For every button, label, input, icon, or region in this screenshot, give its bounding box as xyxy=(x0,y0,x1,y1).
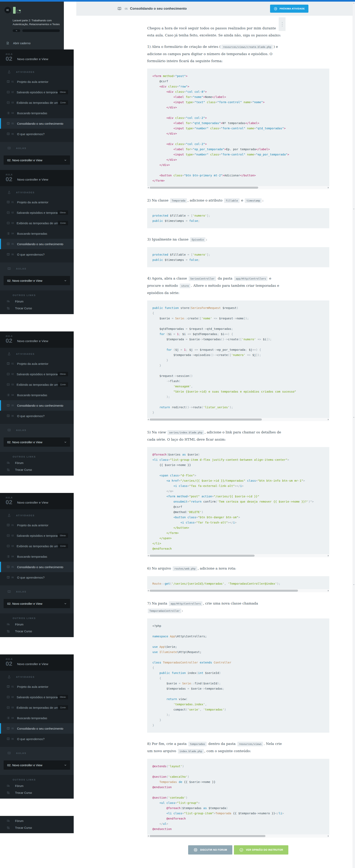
scroll-left-arrow[interactable] xyxy=(148,187,149,188)
instructor-opinion-button[interactable]: VER OPINIÃO DO INSTRUTOR xyxy=(234,845,288,855)
step-paragraph: 4) Agora, abra a classe SeriesController… xyxy=(147,275,282,297)
collapse-sidebar-button[interactable] xyxy=(4,7,11,13)
sidebar-link-forum[interactable]: Fórum xyxy=(0,782,74,789)
scroll-right-arrow[interactable] xyxy=(328,590,329,591)
code-line: @section('conteudo') xyxy=(152,795,329,800)
duration-badge: 09min xyxy=(58,533,68,538)
scroll-up-arrow[interactable] xyxy=(353,3,354,3)
lesson-select-dropdown[interactable]: 02. Novo controller e View xyxy=(4,761,70,770)
scrollbar-thumb[interactable] xyxy=(150,835,265,837)
activity-item-04[interactable]: 04Buscando temporadas xyxy=(0,390,74,400)
arrow-right-circle-icon xyxy=(274,7,278,11)
grid-icon xyxy=(7,630,10,633)
sidebar-link-forum[interactable]: Fórum xyxy=(0,817,74,824)
code-line: {{ $serie->nome }} xyxy=(152,462,329,468)
activity-item-05[interactable]: 05Consolidando o seu conhecimento xyxy=(0,118,74,129)
scroll-right-arrow[interactable] xyxy=(328,555,329,556)
open-notebook-link[interactable]: Abrir caderno xyxy=(6,41,60,45)
scroll-right-arrow[interactable] xyxy=(328,187,329,188)
lesson-select-dropdown[interactable]: 02. Novo controller e View xyxy=(4,437,70,447)
activity-item-02[interactable]: 02Salvando episódios e temporadas09min xyxy=(0,87,74,97)
lesson-kicker: AULA xyxy=(6,497,74,499)
activity-label: Exibindo as temporadas de uma ... xyxy=(17,545,58,548)
scroll-left-arrow[interactable] xyxy=(148,419,149,420)
inline-code: index.blade.php xyxy=(178,749,204,753)
scroll-down-arrow[interactable] xyxy=(353,417,354,418)
scroll-right-arrow[interactable] xyxy=(328,835,329,837)
activity-item-06[interactable]: 06O que aprendemos? xyxy=(0,734,74,744)
activity-item-02[interactable]: 02Salvando episódios e temporadas09min xyxy=(0,207,74,218)
scroll-left-arrow[interactable] xyxy=(148,590,149,591)
lesson-content: Chegou a hora de você seguir todos os pa… xyxy=(147,16,329,855)
activity-item-05[interactable]: 05Consolidando o seu conhecimento xyxy=(0,562,74,572)
activity-item-04[interactable]: 04Buscando temporadas xyxy=(0,713,74,723)
lesson-select-dropdown[interactable]: 02. Novo controller e View xyxy=(4,155,70,165)
sidebar-link-trocar-curso[interactable]: Trocar Curso xyxy=(0,789,74,796)
code-horizontal-scrollbar[interactable] xyxy=(147,589,329,592)
course-title: Laravel parte 2: Trabalhando com Autenti… xyxy=(13,19,60,26)
video-icon xyxy=(7,534,10,537)
activity-item-04[interactable]: 04Buscando temporadas xyxy=(0,551,74,562)
activity-item-01[interactable]: 01Projeto da aula anterior xyxy=(0,520,74,530)
activity-item-03[interactable]: 03Exibindo as temporadas de uma ...11min xyxy=(0,97,74,108)
code-horizontal-scrollbar[interactable] xyxy=(147,834,329,838)
sidebar-link-forum[interactable]: Fórum xyxy=(0,621,74,628)
scrollbar-thumb[interactable] xyxy=(150,590,298,592)
code-horizontal-scrollbar[interactable] xyxy=(147,554,329,557)
activity-item-01[interactable]: 01Projeto da aula anterior xyxy=(0,197,74,207)
next-activity-button[interactable]: PRÓXIMA ATIVIDADE xyxy=(270,5,309,13)
scrollbar-thumb[interactable] xyxy=(150,418,262,421)
scroll-down-arrow[interactable] xyxy=(353,209,354,209)
activity-item-04[interactable]: 04Buscando temporadas xyxy=(0,228,74,239)
activity-item-01[interactable]: 01Projeto da aula anterior xyxy=(0,681,74,692)
activity-item-02[interactable]: 02Salvando episódios e temporadas09min xyxy=(0,530,74,541)
activity-item-02[interactable]: 02Salvando episódios e temporadas09min xyxy=(0,692,74,702)
activity-item-04[interactable]: 04Buscando temporadas xyxy=(0,108,74,118)
emphasis-text: view xyxy=(158,430,166,434)
scroll-left-arrow[interactable] xyxy=(148,555,149,556)
lesson-select-dropdown[interactable]: 02. Novo controller e View xyxy=(4,276,70,285)
code-line xyxy=(152,399,329,405)
code-horizontal-scrollbar[interactable] xyxy=(147,418,329,421)
activity-item-03[interactable]: 03Exibindo as temporadas de uma ...11min xyxy=(0,379,74,390)
scrollbar-thumb[interactable] xyxy=(150,555,255,557)
discuss-forum-label: DISCUTIR NO FORUM xyxy=(200,848,227,851)
scroll-left-arrow[interactable] xyxy=(148,835,149,837)
activity-number: 03 xyxy=(11,706,15,709)
page-scrollbar[interactable] xyxy=(353,2,355,868)
sidebar-link-trocar-curso[interactable]: Trocar Curso xyxy=(0,628,74,635)
sidebar-link-forum[interactable]: Fórum xyxy=(0,460,74,466)
activity-item-06[interactable]: 06O que aprendemos? xyxy=(0,249,74,260)
activity-item-06[interactable]: 06O que aprendemos? xyxy=(0,129,74,139)
sidebar-link-trocar-curso[interactable]: Trocar Curso xyxy=(0,305,74,312)
code-line: </div> xyxy=(152,157,329,162)
activities-block: ATIVIDADES01Projeto da aula anterior02Sa… xyxy=(0,186,74,262)
scrollbar-thumb[interactable] xyxy=(150,187,258,189)
activity-item-02[interactable]: 02Salvando episódios e temporadas09min xyxy=(0,369,74,379)
scroll-down-arrow[interactable] xyxy=(353,584,354,585)
lesson-select-dropdown[interactable]: 02. Novo controller e View xyxy=(4,599,70,608)
activity-item-06[interactable]: 06O que aprendemos? xyxy=(0,572,74,583)
activity-item-05[interactable]: 05Consolidando o seu conhecimento xyxy=(0,400,74,411)
activity-number: 04 xyxy=(11,112,15,114)
activity-item-03[interactable]: 03Exibindo as temporadas de uma ...11min xyxy=(0,218,74,228)
activity-item-05[interactable]: 05Consolidando o seu conhecimento xyxy=(0,239,74,249)
activity-item-06[interactable]: 06O que aprendemos? xyxy=(0,411,74,421)
video-icon xyxy=(7,383,10,386)
activities-header: ATIVIDADES xyxy=(0,514,74,520)
scroll-right-arrow[interactable] xyxy=(328,419,329,420)
code-line xyxy=(152,321,329,326)
progress-percent-badge: % xyxy=(13,29,20,32)
activity-item-03[interactable]: 03Exibindo as temporadas de uma ...11min xyxy=(0,541,74,551)
code-line: $temporada->episodios()->create(['numero… xyxy=(152,352,329,358)
code-horizontal-scrollbar[interactable] xyxy=(147,186,329,189)
activity-item-05[interactable]: 05Consolidando o seu conhecimento xyxy=(0,723,74,734)
activity-item-01[interactable]: 01Projeto da aula anterior xyxy=(0,76,74,87)
sidebar-link-trocar-curso[interactable]: Trocar Curso xyxy=(0,824,74,831)
discuss-forum-button[interactable]: DISCUTIR NO FORUM xyxy=(188,845,232,855)
activity-label: Projeto da aula anterior xyxy=(17,524,48,527)
activity-item-03[interactable]: 03Exibindo as temporadas de uma ...11min xyxy=(0,702,74,713)
sidebar-link-trocar-curso[interactable]: Trocar Curso xyxy=(0,466,74,473)
sidebar-link-forum[interactable]: Fórum xyxy=(0,298,74,305)
activity-item-01[interactable]: 01Projeto da aula anterior xyxy=(0,359,74,369)
